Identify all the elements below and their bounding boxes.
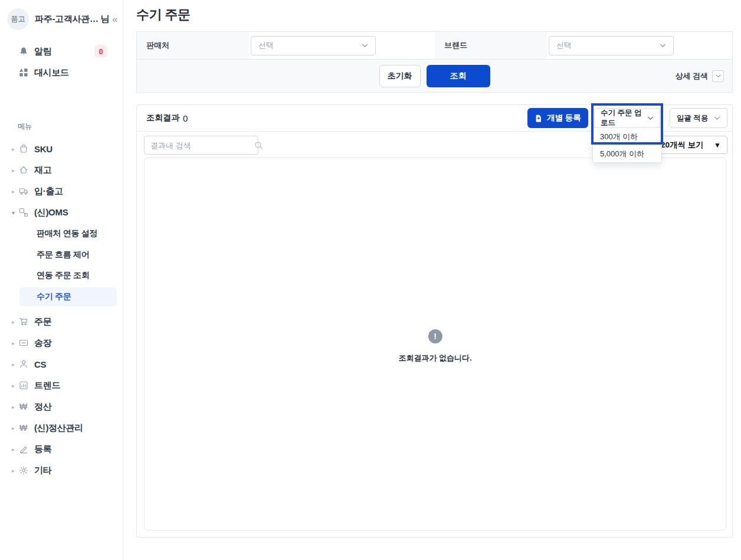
user-name: 파주-고객사관… 님 — [35, 14, 109, 25]
sidebar-item-label: 재고 — [34, 165, 51, 176]
sidebar-item-label: 입·출고 — [34, 186, 63, 197]
sidebar-item-inventory[interactable]: ▸ 재고 — [0, 163, 123, 177]
logo-avatar[interactable]: 품고 — [7, 8, 29, 30]
filter-actions-row: 초기화 조회 상세 검색 — [137, 59, 732, 92]
page-title: 수기 주문 — [136, 6, 191, 24]
upload-dropdown-menu: 300개 이하 5,000개 이하 — [592, 127, 662, 163]
results-search-input[interactable] — [150, 141, 254, 150]
sidebar-item-label: 대시보드 — [34, 67, 69, 78]
sidebar-item-label: 알림 — [34, 46, 51, 57]
vendor-filter-label: 판매처 — [137, 32, 249, 59]
individual-register-label: 개별 등록 — [547, 113, 581, 123]
won-icon: ₩ — [18, 423, 28, 433]
sidebar-subitem-label: 연동 주문 조회 — [37, 270, 89, 281]
results-count-value: 0 — [183, 113, 188, 123]
bulk-apply-label: 일괄 적용 — [677, 113, 708, 123]
sidebar-item-trend[interactable]: ▸ 트렌드 — [0, 378, 123, 392]
vendor-select-value: 선택 — [258, 40, 274, 51]
caret-down-icon: ▾ — [10, 209, 17, 216]
chevron-down-icon — [647, 116, 654, 120]
empty-message: 조회결과가 없습니다. — [398, 353, 471, 363]
home-icon — [18, 165, 28, 175]
brand-select[interactable]: 선택 — [549, 36, 674, 55]
document-plus-icon — [535, 114, 543, 123]
sidebar-header: 품고 파주-고객사관… 님 « — [7, 8, 117, 30]
vendor-select[interactable]: 선택 — [251, 36, 376, 55]
sidebar-item-alerts[interactable]: 알림 0 — [0, 44, 123, 58]
sidebar-item-dashboard[interactable]: 대시보드 — [0, 66, 123, 80]
sidebar-subitem-order-flow-control[interactable]: 주문 흐름 제어 — [0, 248, 123, 262]
sidebar-item-register[interactable]: ▸ 등록 — [0, 442, 123, 456]
sidebar-item-label: CS — [34, 359, 46, 369]
upload-option-300[interactable]: 300개 이하 — [593, 128, 661, 145]
caret-right-icon: ▸ — [10, 446, 17, 453]
vendor-filter-cell: 선택 — [249, 32, 435, 59]
bar-chart-icon — [18, 381, 28, 391]
sidebar-subitem-label: 수기 주문 — [37, 292, 71, 302]
advanced-search-toggle[interactable]: 상세 검색 — [675, 60, 724, 93]
caret-right-icon: ▸ — [10, 319, 17, 325]
sidebar-item-label: 기타 — [34, 465, 51, 476]
brand-select-value: 선택 — [556, 40, 572, 51]
dashboard-icon — [18, 68, 28, 78]
upload-option-5000[interactable]: 5,000개 이하 — [593, 145, 661, 162]
caret-right-icon: ▸ — [10, 425, 17, 431]
sidebar-item-inbound-outbound[interactable]: ▸ 입·출고 — [0, 184, 123, 198]
sidebar-collapse-icon[interactable]: « — [112, 14, 117, 25]
sidebar-item-label: 정산 — [34, 401, 51, 412]
sidebar-item-etc[interactable]: ▸ 기타 — [0, 463, 123, 477]
sidebar-item-invoice[interactable]: ▸ 송장 — [0, 336, 123, 350]
gear-icon — [18, 466, 28, 476]
cart-icon — [18, 317, 28, 327]
sidebar-item-label: 등록 — [34, 444, 51, 455]
manual-order-upload-dropdown[interactable]: 수기 주문 업로드 — [594, 108, 660, 128]
reset-button[interactable]: 초기화 — [379, 65, 421, 87]
sidebar-subitem-label: 주문 흐름 제어 — [37, 250, 89, 260]
caret-right-icon: ▸ — [10, 188, 17, 195]
sidebar-item-label: (신)정산관리 — [34, 423, 83, 434]
sidebar-subitem-vendor-sync-settings[interactable]: 판매처 연동 설정 — [0, 227, 123, 241]
sidebar-item-oms[interactable]: ▾ (신)OMS — [0, 205, 123, 220]
manual-order-page: 품고 파주-고객사관… 님 « 알림 0 대시보드 메뉴 ▸ SKU — [0, 0, 741, 560]
sidebar-item-label: 주문 — [34, 316, 51, 328]
chevron-down-icon — [362, 44, 368, 48]
chevron-down-icon — [660, 44, 666, 48]
sidebar-item-label: 트렌드 — [34, 380, 60, 391]
person-icon — [18, 359, 28, 369]
truck-icon — [18, 186, 28, 197]
chevron-down-icon: ▼ — [714, 141, 721, 149]
bell-icon — [18, 47, 28, 57]
caret-right-icon: ▸ — [10, 361, 17, 368]
search-button[interactable]: 조회 — [427, 65, 490, 87]
sidebar-item-new-settlement[interactable]: ▸ ₩ (신)정산관리 — [0, 421, 123, 435]
sidebar-item-sku[interactable]: ▸ SKU — [0, 142, 123, 156]
page-size-select[interactable]: 20개씩 보기 ▼ — [654, 136, 727, 154]
page-size-value: 20개씩 보기 — [661, 140, 704, 150]
sidebar-subitem-linked-order-search[interactable]: 연동 주문 조회 — [0, 268, 123, 283]
bag-icon — [18, 144, 28, 154]
won-icon: ₩ — [18, 402, 28, 412]
alerts-badge: 0 — [94, 45, 107, 58]
sidebar-subitem-label: 판매처 연동 설정 — [37, 228, 97, 239]
sidebar-item-settlement[interactable]: ▸ ₩ 정산 — [0, 399, 123, 414]
sidebar-item-cs[interactable]: ▸ CS — [0, 357, 123, 371]
filter-row: 판매처 선택 브랜드 선택 — [137, 32, 732, 59]
advanced-search-label: 상세 검색 — [675, 71, 708, 81]
caret-right-icon: ▸ — [10, 467, 17, 474]
sidebar-item-order[interactable]: ▸ 주문 — [0, 315, 123, 329]
pencil-icon — [18, 444, 28, 454]
sidebar-subitem-manual-order[interactable]: 수기 주문 — [19, 287, 117, 306]
filter-panel: 판매처 선택 브랜드 선택 초기화 조회 상세 검색 — [136, 31, 733, 93]
exclamation-icon: ! — [428, 329, 442, 343]
invoice-icon — [18, 338, 28, 348]
caret-right-icon: ▸ — [10, 340, 17, 346]
brand-filter-label: 브랜드 — [435, 32, 547, 59]
individual-register-button[interactable]: 개별 등록 — [527, 108, 588, 128]
chevron-down-icon — [714, 116, 720, 120]
results-panel: 조회결과 0 개별 등록 수기 주문 업로드 일괄 적용 20개씩 보기 ▼ — [136, 104, 733, 538]
chevron-down-icon — [712, 70, 724, 82]
bulk-apply-dropdown[interactable]: 일괄 적용 — [670, 108, 727, 128]
brand-filter-cell: 선택 — [547, 32, 732, 59]
results-count-label: 조회결과 — [146, 113, 179, 123]
results-search-box — [144, 136, 258, 155]
